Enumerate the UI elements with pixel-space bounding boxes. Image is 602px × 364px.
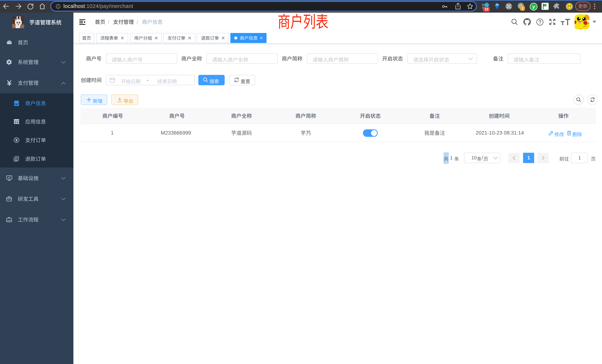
svg-text:y: y [532, 4, 535, 10]
